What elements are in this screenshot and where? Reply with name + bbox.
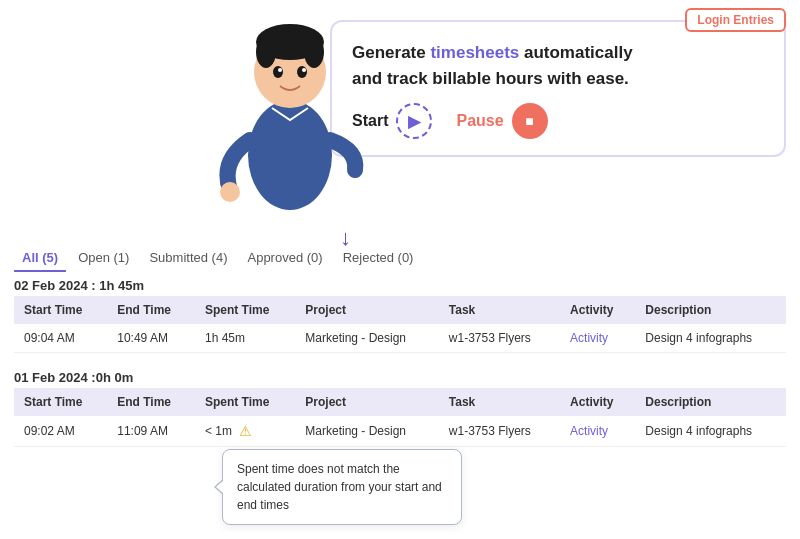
warning-tooltip: Spent time does not match the calculated…: [222, 449, 462, 525]
cell-task-2: w1-3753 Flyers: [439, 416, 560, 447]
cell-description-2: Design 4 infographs: [635, 416, 786, 447]
col-task: Task: [439, 296, 560, 324]
pause-button[interactable]: Pause ■: [456, 103, 547, 139]
pause-label: Pause: [456, 112, 503, 130]
col-description-2: Description: [635, 388, 786, 416]
cell-start-time: 09:04 AM: [14, 324, 107, 353]
table-row: 09:02 AM 11:09 AM < 1m ⚠ Marketing - Des…: [14, 416, 786, 447]
character-illustration: [210, 0, 370, 220]
section1-table: Start Time End Time Spent Time Project T…: [14, 296, 786, 353]
cell-end-time: 10:49 AM: [107, 324, 195, 353]
section2-table: Start Time End Time Spent Time Project T…: [14, 388, 786, 447]
section1-table-header-row: Start Time End Time Spent Time Project T…: [14, 296, 786, 324]
svg-point-3: [256, 36, 276, 68]
spent-warning-container: < 1m ⚠: [205, 423, 285, 439]
tab-open[interactable]: Open (1): [70, 245, 137, 272]
promo-text-line2: and track billable hours with ease.: [352, 69, 629, 88]
svg-point-4: [304, 36, 324, 68]
cell-description: Design 4 infographs: [635, 324, 786, 353]
cell-activity[interactable]: Activity: [560, 324, 635, 353]
svg-point-0: [248, 100, 332, 210]
activity-link-2[interactable]: Activity: [570, 424, 608, 438]
section1-header: 02 Feb 2024 : 1h 45m: [14, 278, 144, 293]
pause-icon: ■: [512, 103, 548, 139]
section2-table-header-row: Start Time End Time Spent Time Project T…: [14, 388, 786, 416]
table-row: 09:04 AM 10:49 AM 1h 45m Marketing - Des…: [14, 324, 786, 353]
cell-spent-time-2: < 1m ⚠: [195, 416, 295, 447]
promo-actions: Start ▶ Pause ■: [352, 103, 764, 139]
cell-task: w1-3753 Flyers: [439, 324, 560, 353]
promo-text: Generate timesheets automatically and tr…: [352, 40, 764, 91]
tab-submitted[interactable]: Submitted (4): [141, 245, 235, 272]
col-project-2: Project: [295, 388, 438, 416]
col-end-time-2: End Time: [107, 388, 195, 416]
col-end-time: End Time: [107, 296, 195, 324]
svg-point-7: [278, 68, 282, 72]
svg-point-6: [297, 66, 307, 78]
col-project: Project: [295, 296, 438, 324]
col-start-time: Start Time: [14, 296, 107, 324]
col-spent-time-2: Spent Time: [195, 388, 295, 416]
col-start-time-2: Start Time: [14, 388, 107, 416]
promo-highlight: timesheets: [430, 43, 519, 62]
spent-time-value: < 1m: [205, 424, 232, 438]
cell-start-time-2: 09:02 AM: [14, 416, 107, 447]
svg-point-8: [302, 68, 306, 72]
promo-card: Login Entries Generate timesheets automa…: [330, 20, 786, 157]
col-task-2: Task: [439, 388, 560, 416]
activity-link[interactable]: Activity: [570, 331, 608, 345]
svg-point-9: [220, 182, 240, 202]
section2-header: 01 Feb 2024 :0h 0m: [14, 370, 133, 385]
col-activity-2: Activity: [560, 388, 635, 416]
start-icon: ▶: [396, 103, 432, 139]
col-spent-time: Spent Time: [195, 296, 295, 324]
tab-approved[interactable]: Approved (0): [239, 245, 330, 272]
col-activity: Activity: [560, 296, 635, 324]
cell-activity-2[interactable]: Activity: [560, 416, 635, 447]
promo-text-line1-end: automatically: [519, 43, 632, 62]
tabs-bar: All (5) Open (1) Submitted (4) Approved …: [14, 245, 421, 272]
cell-end-time-2: 11:09 AM: [107, 416, 195, 447]
tab-all[interactable]: All (5): [14, 245, 66, 272]
tooltip-message: Spent time does not match the calculated…: [237, 462, 442, 512]
cell-project-2: Marketing - Design: [295, 416, 438, 447]
cell-spent-time: 1h 45m: [195, 324, 295, 353]
warning-icon[interactable]: ⚠: [239, 423, 252, 439]
col-description: Description: [635, 296, 786, 324]
cell-project: Marketing - Design: [295, 324, 438, 353]
login-entries-button[interactable]: Login Entries: [685, 8, 786, 32]
svg-point-5: [273, 66, 283, 78]
